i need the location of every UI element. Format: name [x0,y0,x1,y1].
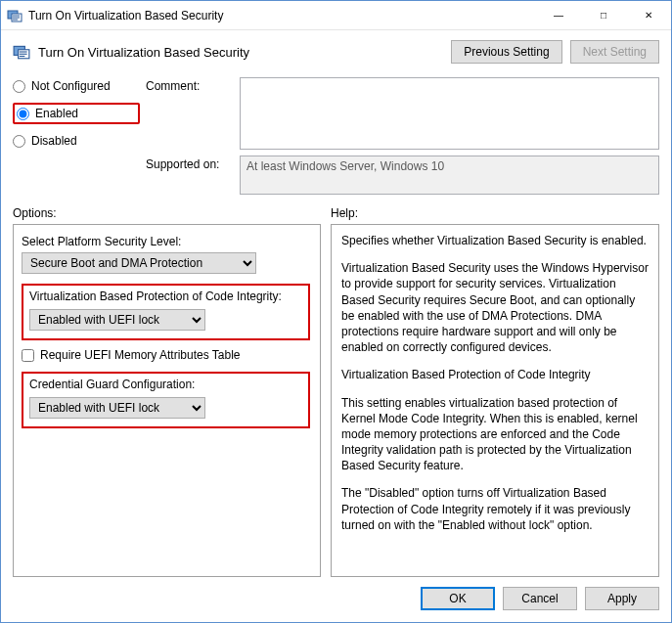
minimize-button[interactable]: — [536,1,581,30]
radio-disabled-input[interactable] [13,135,25,148]
platform-security-select[interactable]: Secure Boot and DMA Protection [22,252,256,274]
close-button[interactable]: ✕ [626,1,671,30]
help-p1: Specifies whether Virtualization Based S… [341,233,649,248]
supported-on-text: At least Windows Server, Windows 10 [246,159,444,173]
radio-disabled[interactable]: Disabled [13,134,140,148]
radio-not-configured-input[interactable] [13,80,25,93]
credential-guard-group: Credential Guard Configuration: Enabled … [22,372,310,428]
code-integrity-select[interactable]: Enabled with UEFI lock [29,309,205,331]
help-p4: This setting enables virtualization base… [341,395,649,474]
help-label: Help: [331,206,659,220]
help-pane[interactable]: Specifies whether Virtualization Based S… [331,224,659,577]
state-radios: Not Configured Enabled Disabled [13,77,140,148]
dialog-window: Turn On Virtualization Based Security — … [0,0,672,623]
header: Turn On Virtualization Based Security Pr… [1,30,671,71]
policy-icon [13,43,30,61]
header-title: Turn On Virtualization Based Security [38,45,443,60]
titlebar: Turn On Virtualization Based Security — … [1,1,671,30]
help-p2: Virtualization Based Security uses the W… [341,260,649,355]
panes: Select Platform Security Level: Secure B… [1,224,671,577]
require-uefi-checkbox[interactable] [22,349,34,362]
require-uefi-label: Require UEFI Memory Attributes Table [40,348,241,362]
ok-button[interactable]: OK [421,587,495,610]
pane-labels: Options: Help: [1,200,671,224]
comment-label: Comment: [146,77,234,93]
radio-not-configured[interactable]: Not Configured [13,79,140,93]
options-pane: Select Platform Security Level: Secure B… [13,224,321,577]
radio-enabled-input[interactable] [17,108,29,120]
apply-button[interactable]: Apply [585,587,659,610]
previous-setting-button[interactable]: Previous Setting [451,40,561,64]
radio-enabled-label: Enabled [35,107,78,120]
credential-guard-label: Credential Guard Configuration: [29,378,302,391]
help-p5: The "Disabled" option turns off Virtuali… [341,485,649,533]
top-section: Not Configured Enabled Disabled Comment:… [1,71,671,200]
radio-disabled-label: Disabled [31,134,77,148]
maximize-button[interactable]: □ [581,1,626,30]
footer: OK Cancel Apply [1,577,671,622]
radio-not-configured-label: Not Configured [31,79,111,93]
supported-on-box: At least Windows Server, Windows 10 [240,156,659,195]
require-uefi-row[interactable]: Require UEFI Memory Attributes Table [22,348,312,362]
help-p3: Virtualization Based Protection of Code … [341,367,649,382]
app-icon [7,8,22,23]
code-integrity-group: Virtualization Based Protection of Code … [22,284,310,340]
platform-security-label: Select Platform Security Level: [22,235,312,248]
supported-label: Supported on: [146,156,234,171]
options-label: Options: [13,206,331,220]
cancel-button[interactable]: Cancel [503,587,577,610]
window-title: Turn On Virtualization Based Security [28,9,536,22]
comment-input[interactable] [240,77,659,150]
code-integrity-label: Virtualization Based Protection of Code … [29,289,302,303]
credential-guard-select[interactable]: Enabled with UEFI lock [29,397,205,419]
radio-enabled[interactable]: Enabled [13,103,140,124]
next-setting-button[interactable]: Next Setting [570,40,659,64]
